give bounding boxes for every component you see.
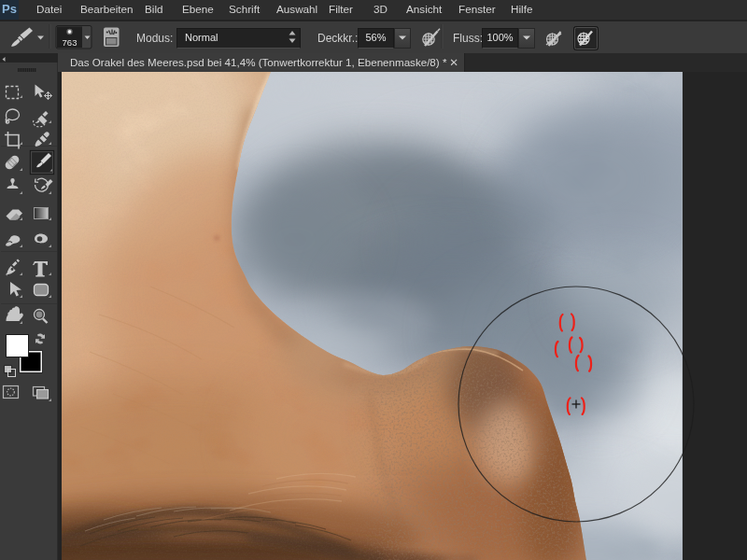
svg-text:763: 763 <box>63 37 78 48</box>
